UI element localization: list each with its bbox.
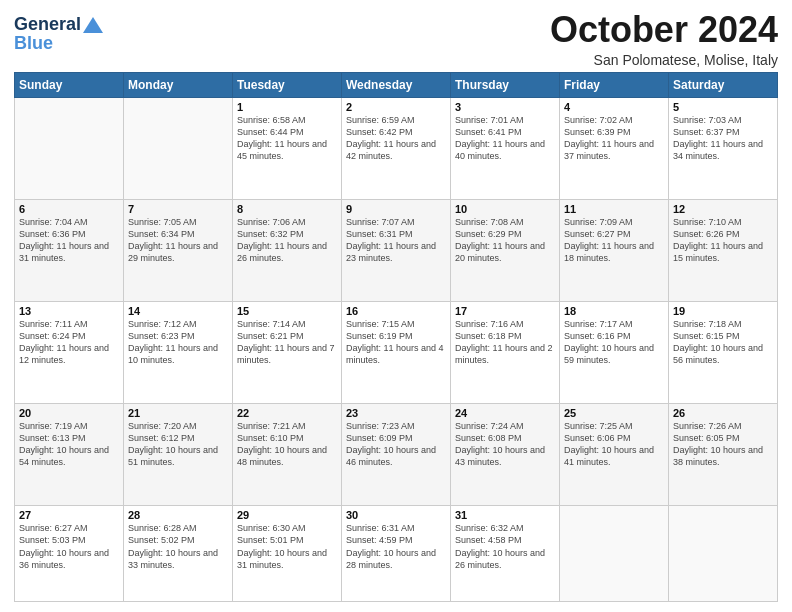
- day-number: 16: [346, 305, 446, 317]
- day-number: 5: [673, 101, 773, 113]
- day-number: 18: [564, 305, 664, 317]
- calendar-week-row: 1Sunrise: 6:58 AM Sunset: 6:44 PM Daylig…: [15, 97, 778, 199]
- day-number: 13: [19, 305, 119, 317]
- day-info: Sunrise: 6:58 AM Sunset: 6:44 PM Dayligh…: [237, 114, 337, 163]
- day-info: Sunrise: 7:03 AM Sunset: 6:37 PM Dayligh…: [673, 114, 773, 163]
- calendar-cell: 9Sunrise: 7:07 AM Sunset: 6:31 PM Daylig…: [342, 199, 451, 301]
- day-info: Sunrise: 7:25 AM Sunset: 6:06 PM Dayligh…: [564, 420, 664, 469]
- month-title: October 2024: [550, 10, 778, 50]
- day-number: 14: [128, 305, 228, 317]
- calendar-cell: 23Sunrise: 7:23 AM Sunset: 6:09 PM Dayli…: [342, 404, 451, 506]
- day-number: 26: [673, 407, 773, 419]
- day-info: Sunrise: 6:27 AM Sunset: 5:03 PM Dayligh…: [19, 522, 119, 571]
- calendar-cell: 16Sunrise: 7:15 AM Sunset: 6:19 PM Dayli…: [342, 301, 451, 403]
- calendar-cell: 22Sunrise: 7:21 AM Sunset: 6:10 PM Dayli…: [233, 404, 342, 506]
- day-of-week-header: Saturday: [669, 72, 778, 97]
- calendar-cell: 27Sunrise: 6:27 AM Sunset: 5:03 PM Dayli…: [15, 506, 124, 602]
- logo-icon: [82, 16, 104, 34]
- day-info: Sunrise: 7:06 AM Sunset: 6:32 PM Dayligh…: [237, 216, 337, 265]
- calendar-header-row: SundayMondayTuesdayWednesdayThursdayFrid…: [15, 72, 778, 97]
- day-number: 4: [564, 101, 664, 113]
- day-info: Sunrise: 7:14 AM Sunset: 6:21 PM Dayligh…: [237, 318, 337, 367]
- day-info: Sunrise: 7:24 AM Sunset: 6:08 PM Dayligh…: [455, 420, 555, 469]
- day-number: 27: [19, 509, 119, 521]
- day-info: Sunrise: 6:32 AM Sunset: 4:58 PM Dayligh…: [455, 522, 555, 571]
- calendar-cell: 3Sunrise: 7:01 AM Sunset: 6:41 PM Daylig…: [451, 97, 560, 199]
- calendar-table: SundayMondayTuesdayWednesdayThursdayFrid…: [14, 72, 778, 602]
- day-number: 2: [346, 101, 446, 113]
- calendar-cell: 17Sunrise: 7:16 AM Sunset: 6:18 PM Dayli…: [451, 301, 560, 403]
- calendar-cell: 12Sunrise: 7:10 AM Sunset: 6:26 PM Dayli…: [669, 199, 778, 301]
- location-subtitle: San Polomatese, Molise, Italy: [550, 52, 778, 68]
- day-number: 8: [237, 203, 337, 215]
- calendar-cell: 4Sunrise: 7:02 AM Sunset: 6:39 PM Daylig…: [560, 97, 669, 199]
- day-number: 11: [564, 203, 664, 215]
- day-number: 21: [128, 407, 228, 419]
- calendar-cell: [15, 97, 124, 199]
- calendar-cell: 14Sunrise: 7:12 AM Sunset: 6:23 PM Dayli…: [124, 301, 233, 403]
- day-info: Sunrise: 7:17 AM Sunset: 6:16 PM Dayligh…: [564, 318, 664, 367]
- day-of-week-header: Sunday: [15, 72, 124, 97]
- day-number: 7: [128, 203, 228, 215]
- calendar-week-row: 6Sunrise: 7:04 AM Sunset: 6:36 PM Daylig…: [15, 199, 778, 301]
- day-number: 28: [128, 509, 228, 521]
- day-info: Sunrise: 7:23 AM Sunset: 6:09 PM Dayligh…: [346, 420, 446, 469]
- calendar-cell: 13Sunrise: 7:11 AM Sunset: 6:24 PM Dayli…: [15, 301, 124, 403]
- day-info: Sunrise: 7:18 AM Sunset: 6:15 PM Dayligh…: [673, 318, 773, 367]
- day-info: Sunrise: 7:11 AM Sunset: 6:24 PM Dayligh…: [19, 318, 119, 367]
- title-block: October 2024 San Polomatese, Molise, Ita…: [550, 10, 778, 68]
- day-info: Sunrise: 7:10 AM Sunset: 6:26 PM Dayligh…: [673, 216, 773, 265]
- day-info: Sunrise: 7:08 AM Sunset: 6:29 PM Dayligh…: [455, 216, 555, 265]
- calendar-cell: 19Sunrise: 7:18 AM Sunset: 6:15 PM Dayli…: [669, 301, 778, 403]
- calendar-cell: 31Sunrise: 6:32 AM Sunset: 4:58 PM Dayli…: [451, 506, 560, 602]
- calendar-cell: 11Sunrise: 7:09 AM Sunset: 6:27 PM Dayli…: [560, 199, 669, 301]
- day-info: Sunrise: 7:09 AM Sunset: 6:27 PM Dayligh…: [564, 216, 664, 265]
- day-of-week-header: Wednesday: [342, 72, 451, 97]
- day-number: 23: [346, 407, 446, 419]
- calendar-week-row: 27Sunrise: 6:27 AM Sunset: 5:03 PM Dayli…: [15, 506, 778, 602]
- day-info: Sunrise: 7:05 AM Sunset: 6:34 PM Dayligh…: [128, 216, 228, 265]
- calendar-cell: 1Sunrise: 6:58 AM Sunset: 6:44 PM Daylig…: [233, 97, 342, 199]
- day-number: 9: [346, 203, 446, 215]
- calendar-cell: 18Sunrise: 7:17 AM Sunset: 6:16 PM Dayli…: [560, 301, 669, 403]
- day-number: 24: [455, 407, 555, 419]
- day-info: Sunrise: 7:07 AM Sunset: 6:31 PM Dayligh…: [346, 216, 446, 265]
- day-number: 10: [455, 203, 555, 215]
- svg-marker-0: [83, 17, 103, 33]
- logo-text: General: [14, 14, 105, 35]
- logo: General Blue: [14, 14, 105, 53]
- day-number: 17: [455, 305, 555, 317]
- calendar-cell: [669, 506, 778, 602]
- calendar-week-row: 20Sunrise: 7:19 AM Sunset: 6:13 PM Dayli…: [15, 404, 778, 506]
- calendar-cell: 2Sunrise: 6:59 AM Sunset: 6:42 PM Daylig…: [342, 97, 451, 199]
- day-info: Sunrise: 7:19 AM Sunset: 6:13 PM Dayligh…: [19, 420, 119, 469]
- day-info: Sunrise: 6:30 AM Sunset: 5:01 PM Dayligh…: [237, 522, 337, 571]
- calendar-cell: 5Sunrise: 7:03 AM Sunset: 6:37 PM Daylig…: [669, 97, 778, 199]
- page: General Blue October 2024 San Polomatese…: [0, 0, 792, 612]
- calendar-cell: 29Sunrise: 6:30 AM Sunset: 5:01 PM Dayli…: [233, 506, 342, 602]
- calendar-cell: 10Sunrise: 7:08 AM Sunset: 6:29 PM Dayli…: [451, 199, 560, 301]
- day-number: 22: [237, 407, 337, 419]
- day-info: Sunrise: 7:04 AM Sunset: 6:36 PM Dayligh…: [19, 216, 119, 265]
- day-number: 3: [455, 101, 555, 113]
- calendar-cell: [560, 506, 669, 602]
- day-of-week-header: Tuesday: [233, 72, 342, 97]
- day-number: 25: [564, 407, 664, 419]
- calendar-week-row: 13Sunrise: 7:11 AM Sunset: 6:24 PM Dayli…: [15, 301, 778, 403]
- calendar-cell: 20Sunrise: 7:19 AM Sunset: 6:13 PM Dayli…: [15, 404, 124, 506]
- calendar-cell: 30Sunrise: 6:31 AM Sunset: 4:59 PM Dayli…: [342, 506, 451, 602]
- day-info: Sunrise: 7:20 AM Sunset: 6:12 PM Dayligh…: [128, 420, 228, 469]
- day-of-week-header: Monday: [124, 72, 233, 97]
- day-info: Sunrise: 6:59 AM Sunset: 6:42 PM Dayligh…: [346, 114, 446, 163]
- day-of-week-header: Thursday: [451, 72, 560, 97]
- day-info: Sunrise: 7:21 AM Sunset: 6:10 PM Dayligh…: [237, 420, 337, 469]
- day-number: 1: [237, 101, 337, 113]
- day-info: Sunrise: 7:15 AM Sunset: 6:19 PM Dayligh…: [346, 318, 446, 367]
- calendar-cell: 8Sunrise: 7:06 AM Sunset: 6:32 PM Daylig…: [233, 199, 342, 301]
- calendar-cell: 15Sunrise: 7:14 AM Sunset: 6:21 PM Dayli…: [233, 301, 342, 403]
- day-number: 15: [237, 305, 337, 317]
- calendar-cell: 21Sunrise: 7:20 AM Sunset: 6:12 PM Dayli…: [124, 404, 233, 506]
- calendar-cell: 26Sunrise: 7:26 AM Sunset: 6:05 PM Dayli…: [669, 404, 778, 506]
- day-number: 12: [673, 203, 773, 215]
- day-of-week-header: Friday: [560, 72, 669, 97]
